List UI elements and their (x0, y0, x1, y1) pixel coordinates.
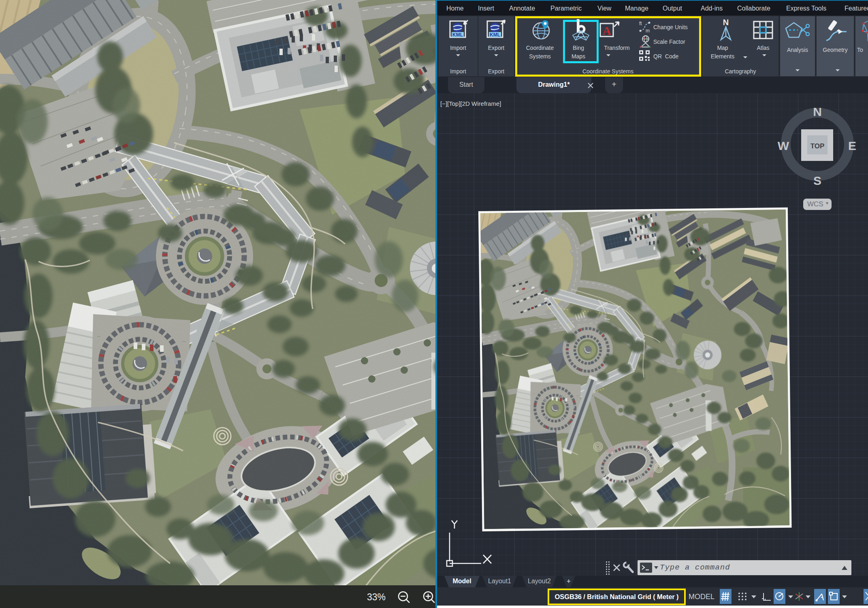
svg-text:S: S (813, 174, 821, 187)
svg-text:m: m (646, 28, 650, 33)
svg-text:A: A (602, 24, 611, 37)
svg-text:TOP: TOP (810, 142, 825, 150)
svg-text:N: N (813, 105, 822, 118)
svg-text:E: E (848, 139, 856, 152)
svg-text:ft: ft (639, 21, 642, 26)
svg-text:KML: KML (452, 32, 463, 38)
svg-text:W: W (778, 139, 789, 152)
svg-text:KML: KML (490, 32, 500, 38)
